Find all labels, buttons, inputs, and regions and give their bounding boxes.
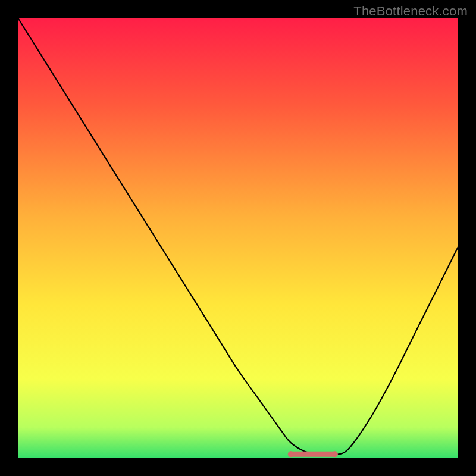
optimal-flat-endpoint-left bbox=[288, 451, 294, 457]
chart-frame bbox=[18, 18, 458, 458]
bottleneck-chart bbox=[18, 18, 458, 458]
gradient-background bbox=[18, 18, 458, 458]
watermark-text: TheBottleneck.com bbox=[353, 4, 468, 19]
optimal-flat-endpoint-right bbox=[332, 451, 338, 457]
